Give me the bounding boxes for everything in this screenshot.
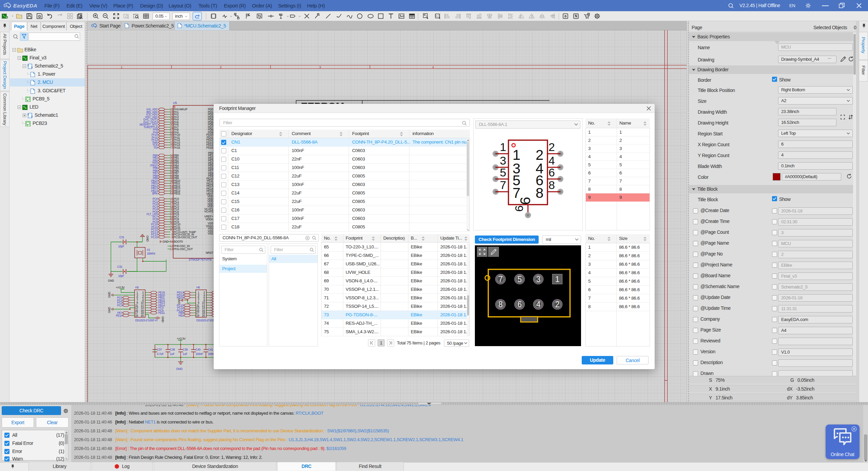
svg-text:PE14: PE14 — [116, 314, 122, 317]
svg-text:2: 2 — [555, 300, 559, 309]
svg-text:STM32F767VIT6: STM32F767VIT6 — [189, 258, 211, 261]
svg-text:GND: GND — [161, 316, 165, 322]
svg-text:GND: GND — [146, 236, 149, 242]
svg-text:NRST: NRST — [206, 251, 213, 255]
svg-text:GND: GND — [176, 367, 183, 371]
svg-text:PC15: PC15 — [151, 236, 158, 239]
svg-text:4: 4 — [536, 300, 541, 309]
svg-text:54: 54 — [170, 192, 173, 195]
svg-text:19: 19 — [135, 314, 138, 317]
svg-text:PB1: PB1 — [178, 314, 184, 317]
svg-text:BOOT0: BOOT0 — [174, 240, 183, 243]
svg-text:20: 20 — [202, 314, 205, 317]
svg-text:BRK: BRK — [152, 192, 158, 195]
svg-text:VCAP2: VCAP2 — [204, 210, 213, 213]
svg-text:1: 1 — [555, 275, 559, 284]
svg-text:vcc: vcc — [279, 13, 283, 15]
svg-text:C38: C38 — [170, 348, 175, 351]
svg-text:H6: H6 — [196, 286, 200, 289]
svg-text:X1: X1 — [147, 248, 150, 251]
svg-text:4: 4 — [548, 154, 555, 167]
svg-text:1: 1 — [426, 15, 427, 17]
svg-text:N: N — [575, 14, 577, 18]
svg-text:1: 1 — [436, 15, 438, 17]
svg-text:U5: U5 — [173, 101, 177, 105]
svg-text:VDDA: VDDA — [206, 218, 213, 221]
svg-text:9: 9 — [513, 205, 526, 212]
svg-text:77: 77 — [170, 146, 173, 149]
svg-text:8: 8 — [536, 185, 543, 201]
svg-text:7: 7 — [500, 178, 506, 191]
svg-text:PB15: PB15 — [174, 192, 180, 195]
svg-text:6: 6 — [517, 300, 521, 309]
svg-text:19: 19 — [196, 314, 199, 317]
svg-text:C40: C40 — [196, 348, 201, 351]
svg-text:1: 1 — [121, 65, 122, 69]
svg-text:4: 4 — [432, 65, 434, 69]
svg-text:C32: C32 — [117, 265, 122, 268]
svg-text:DS1023-2*10SF-H: DS1023-2*10SF-H — [135, 319, 157, 322]
svg-text:3: 3 — [536, 275, 540, 284]
svg-text:C31: C31 — [119, 236, 124, 239]
svg-text:3: 3 — [319, 65, 321, 69]
svg-text:1uF: 1uF — [170, 352, 175, 356]
svg-text:10pF: 10pF — [118, 245, 124, 248]
svg-text:PH1-OSC_OUT: PH1-OSC_OUT — [174, 247, 193, 251]
svg-text:C41: C41 — [208, 348, 213, 351]
svg-text:5: 5 — [517, 275, 521, 284]
svg-text:H5: H5 — [135, 286, 139, 289]
svg-text:GND: GND — [177, 298, 181, 304]
svg-text:2: 2 — [548, 140, 555, 153]
svg-text:13: 13 — [170, 247, 173, 251]
svg-text:C37: C37 — [157, 348, 162, 351]
svg-text:16MHz: 16MHz — [147, 252, 155, 255]
svg-text:PA15: PA15 — [174, 146, 180, 149]
svg-text:VSS: VSS — [208, 232, 213, 235]
svg-text:PC3: PC3 — [117, 304, 122, 307]
svg-text:8: 8 — [498, 300, 502, 309]
svg-text:20: 20 — [141, 314, 144, 317]
svg-text:3: 3 — [500, 154, 506, 167]
svg-text:PD11: PD11 — [158, 311, 165, 315]
svg-text:94: 94 — [170, 240, 173, 243]
svg-text:TDI: TDI — [154, 146, 158, 149]
svg-text:PD15: PD15 — [206, 146, 213, 149]
svg-text:1uF: 1uF — [183, 352, 188, 356]
svg-text:5: 5 — [500, 166, 506, 179]
svg-text:GND: GND — [108, 279, 114, 282]
svg-text:4.7uF: 4.7uF — [157, 352, 164, 356]
svg-text:9: 9 — [172, 236, 173, 239]
svg-text:9: 9 — [517, 197, 533, 205]
svg-text:GND: GND — [162, 240, 169, 243]
svg-text:8: 8 — [548, 178, 555, 191]
svg-text:GND: GND — [108, 307, 111, 313]
svg-text:+A3.3V: +A3.3V — [116, 286, 124, 289]
svg-text:2: 2 — [220, 65, 221, 69]
svg-text:7: 7 — [498, 275, 502, 284]
svg-text:GND: GND — [108, 292, 111, 298]
svg-text:B: B — [564, 15, 567, 18]
svg-text:6: 6 — [548, 166, 555, 179]
svg-text:1: 1 — [500, 140, 506, 153]
svg-text:100nF: 100nF — [196, 352, 203, 356]
svg-text:C39: C39 — [183, 348, 188, 351]
svg-text:PC15-OSC32_OUT: PC15-OSC32_OUT — [174, 236, 197, 239]
svg-text:10pF: 10pF — [118, 274, 124, 278]
svg-text:+A3.3V: +A3.3V — [177, 337, 186, 340]
